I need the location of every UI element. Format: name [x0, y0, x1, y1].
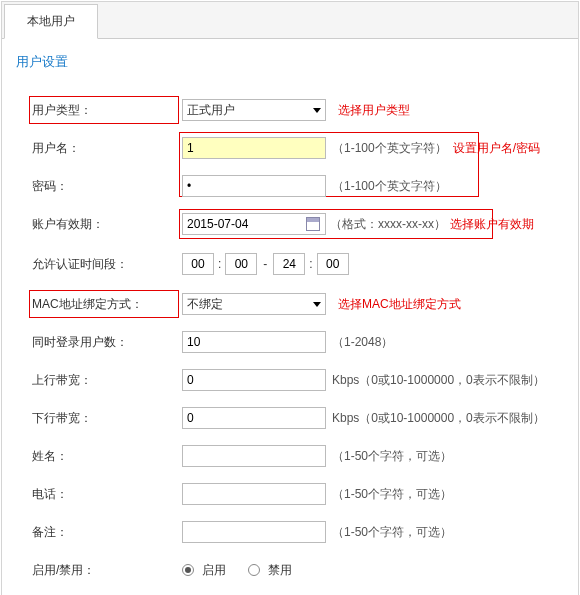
auth-m1-input[interactable] [225, 253, 257, 275]
row-mac-bind: MAC地址绑定方式： 不绑定 选择MAC地址绑定方式 [32, 293, 564, 315]
row-concurrent: 同时登录用户数： （1-2048） [32, 331, 564, 353]
tab-local-users[interactable]: 本地用户 [4, 4, 98, 39]
label-auth-time: 允许认证时间段： [32, 256, 182, 273]
annotation-box [179, 209, 493, 239]
up-bw-input[interactable] [182, 369, 326, 391]
concurrent-input[interactable] [182, 331, 326, 353]
chevron-down-icon [313, 108, 321, 113]
label-up-bw: 上行带宽： [32, 372, 182, 389]
sep-colon: : [214, 257, 225, 271]
radio-disable-label: 禁用 [268, 562, 292, 579]
select-user-type[interactable]: 正式用户 [182, 99, 326, 121]
label-name: 姓名： [32, 448, 182, 465]
label-concurrent: 同时登录用户数： [32, 334, 182, 351]
annotation-box [29, 290, 179, 318]
row-auth-time: 允许认证时间段： : - : [32, 253, 564, 275]
label-remark: 备注： [32, 524, 182, 541]
select-mac-bind-value: 不绑定 [187, 296, 223, 313]
hint-name: （1-50个字符，可选） [332, 448, 452, 465]
password-input[interactable] [182, 175, 326, 197]
annotation-box [29, 96, 179, 124]
row-password: 密码： （1-100个英文字符） [32, 175, 564, 197]
phone-input[interactable] [182, 483, 326, 505]
sep-dash: - [257, 257, 273, 271]
row-up-bw: 上行带宽： Kbps（0或10-1000000，0表示不限制） [32, 369, 564, 391]
hint-phone: （1-50个字符，可选） [332, 486, 452, 503]
hint-concurrent: （1-2048） [332, 334, 393, 351]
row-acct-expiry: 账户有效期： （格式：xxxx-xx-xx） 选择账户有效期 [32, 213, 564, 235]
hint-mac-bind: 选择MAC地址绑定方式 [338, 296, 461, 313]
radio-enable-label: 启用 [202, 562, 226, 579]
hint-remark: （1-50个字符，可选） [332, 524, 452, 541]
radio-disable[interactable] [248, 564, 260, 576]
label-phone: 电话： [32, 486, 182, 503]
label-username: 用户名： [32, 140, 182, 157]
select-mac-bind[interactable]: 不绑定 [182, 293, 326, 315]
remark-input[interactable] [182, 521, 326, 543]
hint-down-bw: Kbps（0或10-1000000，0表示不限制） [332, 410, 545, 427]
row-remark: 备注： （1-50个字符，可选） [32, 521, 564, 543]
label-enable: 启用/禁用： [32, 562, 182, 579]
row-name: 姓名： （1-50个字符，可选） [32, 445, 564, 467]
chevron-down-icon [313, 302, 321, 307]
down-bw-input[interactable] [182, 407, 326, 429]
radio-enable[interactable] [182, 564, 194, 576]
label-acct-expiry: 账户有效期： [32, 216, 182, 233]
row-down-bw: 下行带宽： Kbps（0或10-1000000，0表示不限制） [32, 407, 564, 429]
row-username: 用户名： （1-100个英文字符） 设置用户名/密码 [32, 137, 564, 159]
row-enable: 启用/禁用： 启用 禁用 [32, 559, 564, 581]
row-user-type: 用户类型： 正式用户 选择用户类型 [32, 99, 564, 121]
label-password: 密码： [32, 178, 182, 195]
auth-m2-input[interactable] [317, 253, 349, 275]
tab-row: 本地用户 [2, 2, 578, 39]
section-title: 用户设置 [2, 39, 578, 79]
hint-up-bw: Kbps（0或10-1000000，0表示不限制） [332, 372, 545, 389]
row-phone: 电话： （1-50个字符，可选） [32, 483, 564, 505]
auth-h1-input[interactable] [182, 253, 214, 275]
select-user-type-value: 正式用户 [187, 102, 235, 119]
label-down-bw: 下行带宽： [32, 410, 182, 427]
hint-user-type: 选择用户类型 [338, 102, 410, 119]
name-input[interactable] [182, 445, 326, 467]
sep-colon: : [305, 257, 316, 271]
auth-h2-input[interactable] [273, 253, 305, 275]
hint-password: （1-100个英文字符） [332, 178, 447, 195]
